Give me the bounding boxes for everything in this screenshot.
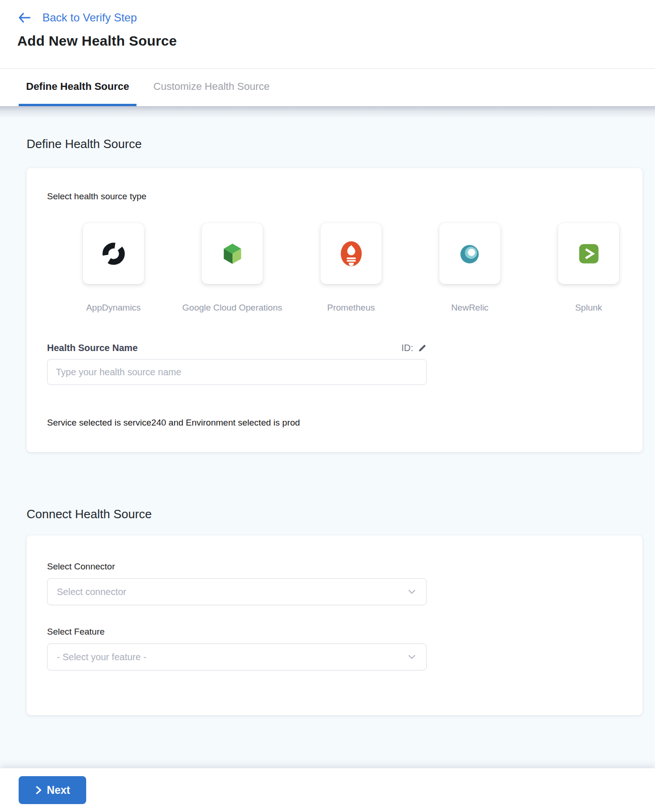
connect-health-source-card: Select Connector Select connector Select… bbox=[27, 535, 642, 715]
id-label: ID: bbox=[401, 343, 413, 353]
google-cloud-operations-icon bbox=[202, 223, 263, 284]
back-arrow-icon bbox=[17, 12, 31, 24]
source-type-splunk[interactable]: Splunk bbox=[558, 223, 619, 313]
feature-select[interactable]: - Select your feature - bbox=[47, 643, 427, 670]
source-type-label: Google Cloud Operations bbox=[182, 303, 282, 313]
newrelic-icon bbox=[439, 223, 500, 284]
connector-select-placeholder: Select connector bbox=[57, 587, 126, 597]
chevron-down-icon bbox=[407, 587, 417, 597]
footer-bar: Next bbox=[0, 768, 655, 812]
source-type-label: Splunk bbox=[575, 303, 602, 313]
source-type-label: AppDynamics bbox=[86, 303, 141, 313]
pencil-icon[interactable] bbox=[418, 344, 427, 352]
back-to-verify-link[interactable]: Back to Verify Step bbox=[17, 11, 137, 24]
splunk-icon bbox=[558, 223, 619, 284]
tab-customize-health-source[interactable]: Customize Health Source bbox=[146, 69, 277, 106]
appdynamics-icon bbox=[83, 223, 144, 284]
main-content: Define Health Source Select health sourc… bbox=[0, 106, 655, 768]
source-type-label: Prometheus bbox=[327, 303, 375, 313]
connector-select[interactable]: Select connector bbox=[47, 578, 427, 605]
health-source-name-input[interactable] bbox=[47, 359, 427, 385]
name-field-group: Health Source Name ID: Service selected … bbox=[47, 343, 427, 428]
connect-section-heading: Connect Health Source bbox=[27, 507, 642, 521]
chevron-down-icon bbox=[407, 652, 417, 662]
tab-define-health-source[interactable]: Define Health Source bbox=[19, 69, 136, 106]
define-health-source-card: Select health source type AppDynamics bbox=[27, 168, 642, 452]
source-type-row: AppDynamics Google Cloud Operations bbox=[83, 223, 622, 313]
page-header: Back to Verify Step Add New Health Sourc… bbox=[0, 0, 655, 69]
source-type-newrelic[interactable]: NewRelic bbox=[439, 223, 500, 313]
id-edit-group: ID: bbox=[401, 343, 427, 353]
chevron-right-icon bbox=[35, 785, 42, 795]
service-environment-note: Service selected is service240 and Envir… bbox=[47, 418, 427, 428]
page-title: Add New Health Source bbox=[17, 33, 655, 49]
feature-select-placeholder: - Select your feature - bbox=[57, 652, 146, 663]
next-button-label: Next bbox=[47, 784, 70, 797]
select-feature-label: Select Feature bbox=[47, 627, 622, 637]
back-link-label: Back to Verify Step bbox=[42, 11, 137, 24]
tab-bar: Define Health Source Customize Health So… bbox=[0, 69, 655, 106]
select-type-label: Select health source type bbox=[47, 191, 622, 202]
source-type-appdynamics[interactable]: AppDynamics bbox=[83, 223, 144, 313]
source-type-google-cloud-operations[interactable]: Google Cloud Operations bbox=[202, 223, 263, 313]
next-button[interactable]: Next bbox=[19, 776, 86, 804]
health-source-name-label: Health Source Name bbox=[47, 343, 138, 353]
source-type-label: NewRelic bbox=[451, 303, 488, 313]
define-section-heading: Define Health Source bbox=[27, 106, 642, 151]
source-type-prometheus[interactable]: Prometheus bbox=[321, 223, 382, 313]
prometheus-icon bbox=[321, 223, 382, 284]
select-connector-label: Select Connector bbox=[47, 562, 622, 572]
